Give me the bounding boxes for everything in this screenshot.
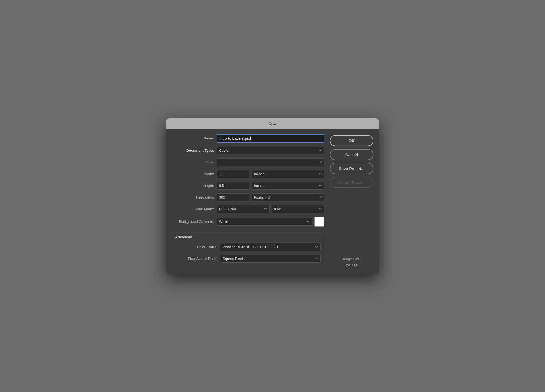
height-row: Height: Pixels Inches Centimeters Millim… (172, 182, 324, 190)
document-type-label: Document Type: (172, 148, 214, 153)
height-label: Height: (172, 184, 214, 188)
background-color-preview[interactable] (314, 217, 324, 227)
pixel-aspect-ratio-select[interactable]: Square Pixels D1/DV NTSC (0.91) D1/DV PA… (220, 255, 321, 263)
save-preset-button[interactable]: Save Preset... (330, 163, 373, 174)
dialog-title: New (268, 121, 277, 126)
image-size-value: 24.1M (330, 263, 373, 267)
width-row: Width: Pixels Inches Centimeters Millime… (172, 170, 324, 178)
color-mode-label: Color Mode: (172, 207, 214, 211)
width-unit-select[interactable]: Pixels Inches Centimeters Millimeters Po… (252, 170, 324, 178)
dialog-body: Name: Document Type: Custom Default Phot… (166, 129, 379, 274)
pixel-aspect-ratio-label: Pixel Aspect Ratio: (175, 257, 217, 261)
name-row: Name: (172, 134, 324, 143)
form-area: Name: Document Type: Custom Default Phot… (172, 134, 324, 267)
width-label: Width: (172, 172, 214, 176)
size-select[interactable] (217, 158, 324, 166)
background-contents-row: Background Contents: White Black Backgro… (172, 217, 324, 227)
document-type-row: Document Type: Custom Default Photoshop … (172, 147, 324, 154)
color-profile-select[interactable]: Working RGB: sRGB IEC61966-2.1 sRGB IEC6… (220, 243, 321, 251)
resolution-unit-select[interactable]: Pixels/Inch Pixels/Centimeter (252, 193, 324, 201)
color-mode-select[interactable]: Bitmap Grayscale RGB Color CMYK Color La… (217, 205, 270, 213)
color-profile-label: Color Profile: (175, 245, 217, 249)
ok-button[interactable]: OK (330, 135, 373, 146)
background-pair: White Black Background Color Transparent (217, 217, 324, 227)
color-mode-pair: Bitmap Grayscale RGB Color CMYK Color La… (217, 205, 324, 213)
new-document-dialog: New Name: Document Type: Custom Default … (166, 118, 379, 274)
resolution-input[interactable] (217, 193, 249, 201)
buttons-area: OK Cancel Save Preset... Delete Preset..… (330, 134, 373, 267)
width-input[interactable] (217, 170, 249, 178)
height-input[interactable] (217, 182, 249, 190)
name-input[interactable] (217, 134, 324, 143)
delete-preset-button: Delete Preset... (330, 177, 373, 188)
name-label: Name: (172, 136, 214, 140)
color-mode-row: Color Mode: Bitmap Grayscale RGB Color C… (172, 205, 324, 213)
advanced-title: Advanced (175, 235, 321, 239)
image-size-section: Image Size: 24.1M (330, 251, 373, 267)
color-profile-row: Color Profile: Working RGB: sRGB IEC6196… (175, 243, 321, 251)
resolution-row: Resolution: Pixels/Inch Pixels/Centimete… (172, 193, 324, 201)
background-contents-select[interactable]: White Black Background Color Transparent (217, 218, 312, 226)
advanced-section: Advanced Color Profile: Working RGB: sRG… (172, 232, 324, 267)
height-unit-select[interactable]: Pixels Inches Centimeters Millimeters Po… (252, 182, 324, 190)
cancel-button[interactable]: Cancel (330, 149, 373, 160)
size-row: Size: (172, 158, 324, 166)
width-pair: Pixels Inches Centimeters Millimeters Po… (217, 170, 324, 178)
height-pair: Pixels Inches Centimeters Millimeters Po… (217, 182, 324, 190)
dialog-titlebar: New (166, 118, 379, 129)
size-label: Size: (172, 160, 214, 164)
resolution-pair: Pixels/Inch Pixels/Centimeter (217, 193, 324, 201)
background-contents-label: Background Contents: (172, 220, 214, 224)
resolution-label: Resolution: (172, 195, 214, 199)
image-size-label: Image Size: (330, 257, 373, 261)
bit-depth-select[interactable]: 8 bit 16 bit 32 bit (272, 205, 325, 213)
document-type-select[interactable]: Custom Default Photoshop Size Letter Leg… (217, 147, 324, 154)
pixel-aspect-ratio-row: Pixel Aspect Ratio: Square Pixels D1/DV … (175, 255, 321, 263)
